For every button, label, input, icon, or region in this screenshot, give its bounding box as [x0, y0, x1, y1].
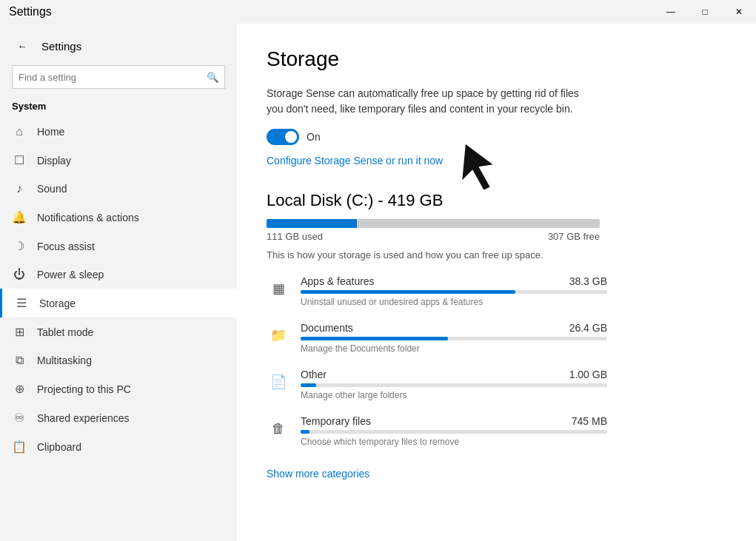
storage-item-icon-1: 📁	[267, 323, 290, 347]
sidebar-item-label-focus: Focus assist	[37, 241, 95, 252]
sound-icon: ♪	[12, 182, 27, 195]
sidebar-item-label-home: Home	[37, 126, 64, 138]
display-icon: ☐	[12, 153, 27, 167]
main-content: Storage Storage Sense can automatically …	[237, 24, 756, 541]
storage-sense-description: Storage Sense can automatically free up …	[267, 86, 592, 117]
storage-item-header-0: Apps & features38.3 GB	[301, 275, 607, 287]
storage-item-1[interactable]: 📁Documents26.4 GBManage the Documents fo…	[267, 322, 607, 354]
storage-item-size-0: 38.3 GB	[569, 275, 607, 287]
titlebar-left: Settings	[9, 5, 52, 19]
sidebar-item-power[interactable]: ⏻Power & sleep	[0, 261, 237, 289]
sidebar-item-projecting[interactable]: ⊕Projecting to this PC	[0, 374, 237, 403]
sidebar-item-label-shared: Shared experiences	[37, 412, 130, 424]
storage-item-icon-2: 📄	[267, 370, 290, 394]
sidebar-item-home[interactable]: ⌂Home	[0, 118, 237, 146]
storage-item-bar-bg-1	[301, 337, 607, 340]
back-button[interactable]: ←	[12, 36, 33, 56]
search-icon-button[interactable]: 🔍	[201, 65, 224, 89]
system-label: System	[0, 98, 237, 118]
storage-sense-toggle[interactable]	[267, 129, 299, 145]
clipboard-icon: 📋	[12, 440, 27, 454]
storage-item-name-3: Temporary files	[301, 415, 371, 427]
storage-item-bar-bg-3	[301, 430, 607, 434]
sidebar-item-label-projecting: Projecting to this PC	[37, 383, 131, 395]
sidebar-item-focus[interactable]: ☽Focus assist	[0, 232, 237, 261]
toggle-label: On	[307, 131, 321, 143]
storage-item-2[interactable]: 📄Other1.00 GBManage other large folders	[267, 369, 607, 400]
titlebar: Settings — □ ✕	[0, 0, 756, 24]
storage-item-size-2: 1.00 GB	[569, 369, 607, 380]
minimize-button[interactable]: —	[654, 0, 688, 24]
storage-item-name-2: Other	[301, 369, 327, 380]
sidebar-item-label-power: Power & sleep	[37, 269, 104, 280]
app-body: ← Settings 🔍 System ⌂Home☐Display♪Sound🔔…	[0, 24, 756, 541]
configure-storage-link[interactable]: Configure Storage Sense or run it now	[267, 155, 443, 167]
storage-item-content-0: Apps & features38.3 GBUninstall unused o…	[301, 275, 607, 307]
disk-bar-fill	[267, 219, 357, 228]
storage-item-icon-3: 🗑	[267, 417, 290, 440]
sidebar-item-label-notifications: Notifications & actions	[37, 212, 139, 224]
disk-stats: 111 GB used 307 GB free	[267, 231, 600, 242]
home-icon: ⌂	[12, 125, 27, 138]
nav-list: ⌂Home☐Display♪Sound🔔Notifications & acti…	[0, 118, 237, 461]
storage-item-content-1: Documents26.4 GBManage the Documents fol…	[301, 322, 607, 354]
storage-item-header-3: Temporary files745 MB	[301, 415, 607, 427]
sidebar-item-label-sound: Sound	[37, 183, 67, 195]
disk-free: 307 GB free	[548, 231, 600, 242]
storage-item-size-1: 26.4 GB	[569, 322, 607, 334]
notifications-icon: 🔔	[12, 210, 27, 224]
storage-item-content-2: Other1.00 GBManage other large folders	[301, 369, 607, 400]
sidebar-item-label-multitasking: Multitasking	[37, 354, 92, 366]
show-more-link[interactable]: Show more categories	[267, 468, 369, 480]
storage-item-name-0: Apps & features	[301, 275, 375, 287]
storage-item-header-2: Other1.00 GB	[301, 369, 607, 380]
sidebar-item-multitasking[interactable]: ⧉Multitasking	[0, 346, 237, 374]
sidebar-item-sound[interactable]: ♪Sound	[0, 175, 237, 203]
sidebar-header: ← Settings	[0, 24, 237, 62]
sidebar-item-label-clipboard: Clipboard	[37, 441, 81, 453]
storage-item-desc-1: Manage the Documents folder	[301, 343, 607, 354]
storage-item-content-3: Temporary files745 MBChoose which tempor…	[301, 415, 607, 447]
storage-items-list: ▦Apps & features38.3 GBUninstall unused …	[267, 275, 726, 447]
storage-item-header-1: Documents26.4 GB	[301, 322, 607, 334]
storage-item-0[interactable]: ▦Apps & features38.3 GBUninstall unused …	[267, 275, 607, 307]
sidebar-item-notifications[interactable]: 🔔Notifications & actions	[0, 203, 237, 232]
focus-icon: ☽	[12, 239, 27, 253]
disk-bar-background	[267, 219, 600, 228]
projecting-icon: ⊕	[12, 382, 27, 396]
sidebar-item-display[interactable]: ☐Display	[0, 146, 237, 175]
storage-item-bar-fill-2	[301, 383, 316, 387]
sidebar-item-clipboard[interactable]: 📋Clipboard	[0, 432, 237, 461]
storage-item-icon-0: ▦	[267, 277, 290, 300]
titlebar-title: Settings	[9, 5, 52, 19]
svg-marker-0	[461, 143, 495, 191]
shared-icon: ♾	[12, 411, 27, 425]
cursor-arrow	[443, 139, 502, 191]
storage-item-bar-bg-2	[301, 383, 607, 387]
sidebar: ← Settings 🔍 System ⌂Home☐Display♪Sound🔔…	[0, 24, 237, 541]
sidebar-item-storage[interactable]: ☰Storage	[0, 289, 237, 317]
storage-icon: ☰	[14, 296, 29, 310]
configure-link-area: Configure Storage Sense or run it now	[267, 154, 443, 167]
tablet-icon: ⊞	[12, 325, 27, 339]
sidebar-item-tablet[interactable]: ⊞Tablet mode	[0, 317, 237, 346]
disk-title: Local Disk (C:) - 419 GB	[267, 191, 726, 210]
sidebar-item-label-tablet: Tablet mode	[37, 326, 93, 338]
storage-item-3[interactable]: 🗑Temporary files745 MBChoose which tempo…	[267, 415, 607, 447]
storage-item-bar-fill-0	[301, 290, 515, 294]
storage-item-bar-fill-1	[301, 337, 448, 340]
toggle-thumb	[285, 131, 297, 143]
storage-item-bar-bg-0	[301, 290, 607, 294]
search-box[interactable]: 🔍	[12, 65, 225, 89]
close-button[interactable]: ✕	[722, 0, 756, 24]
toggle-row: On	[267, 129, 726, 145]
titlebar-controls: — □ ✕	[654, 0, 756, 24]
sidebar-item-shared[interactable]: ♾Shared experiences	[0, 403, 237, 432]
sidebar-item-label-storage: Storage	[39, 298, 76, 309]
page-title: Storage	[267, 47, 726, 71]
storage-item-desc-0: Uninstall unused or undesired apps & fea…	[301, 297, 607, 307]
sidebar-app-title: Settings	[41, 40, 81, 53]
storage-item-name-1: Documents	[301, 322, 353, 334]
maximize-button[interactable]: □	[688, 0, 722, 24]
search-input[interactable]	[13, 72, 201, 83]
